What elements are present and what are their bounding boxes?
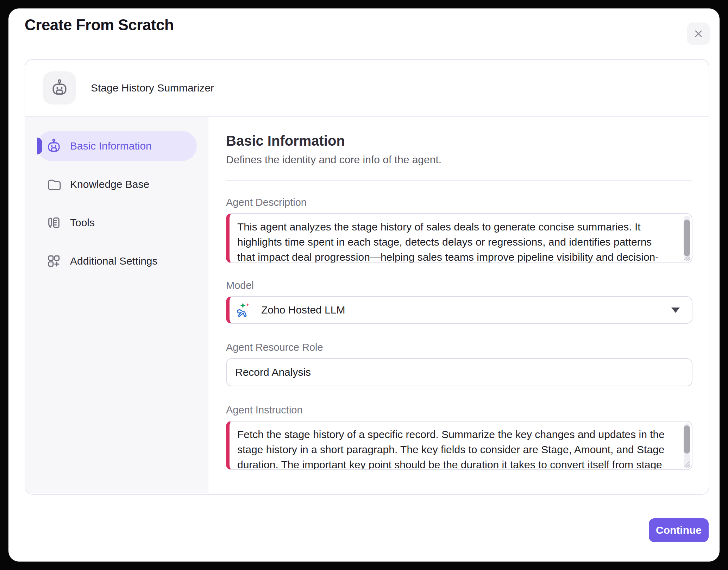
model-select[interactable]: Zoho Hosted LLM — [226, 296, 692, 324]
continue-button[interactable]: Continue — [649, 518, 709, 542]
sidebar-item-label: Additional Settings — [70, 255, 158, 267]
agent-description-label: Agent Description — [226, 196, 693, 208]
agent-resource-role-input[interactable] — [227, 359, 692, 386]
folder-icon — [46, 177, 62, 192]
agent-card: Stage History Summarizer — [25, 59, 709, 495]
agent-resource-role-label: Agent Resource Role — [226, 341, 693, 353]
agent-header-row: Stage History Summarizer — [25, 60, 709, 117]
agent-instruction-field: Fetch the stage history of a specific re… — [226, 421, 692, 470]
create-from-scratch-dialog: Create From Scratch Stage History Summar… — [8, 8, 720, 562]
sidebar-item-label: Basic Information — [70, 140, 152, 152]
close-icon — [694, 29, 703, 39]
panel-heading: Basic Information — [226, 133, 693, 148]
sidebar-item-label: Knowledge Base — [70, 178, 149, 190]
screen-backdrop: Create From Scratch Stage History Summar… — [0, 0, 728, 570]
robot-icon — [46, 138, 62, 154]
model-selected-value: Zoho Hosted LLM — [261, 304, 345, 316]
close-button[interactable] — [687, 23, 710, 45]
agent-instruction-label: Agent Instruction — [226, 404, 693, 416]
zia-logo-icon — [237, 302, 253, 318]
sidebar-item-knowledge-base[interactable]: Knowledge Base — [37, 169, 197, 200]
settings-sidebar: Basic Information Knowledge Base — [25, 117, 208, 493]
scrollbar-thumb[interactable] — [684, 220, 690, 256]
resize-handle-icon[interactable] — [683, 253, 690, 261]
agent-avatar — [43, 71, 76, 104]
basic-information-panel: Basic Information Defines the identity a… — [208, 117, 709, 493]
agent-name: Stage History Summarizer — [91, 82, 214, 94]
sidebar-item-basic-information[interactable]: Basic Information — [37, 131, 197, 161]
dialog-title: Create From Scratch — [25, 16, 174, 34]
active-item-indicator — [37, 138, 42, 154]
sidebar-item-additional-settings[interactable]: Additional Settings — [37, 246, 197, 276]
model-label: Model — [226, 279, 693, 291]
section-divider — [226, 180, 692, 181]
robot-avatar-icon — [50, 79, 69, 97]
agent-resource-role-field — [226, 358, 692, 386]
dialog-body: Basic Information Knowledge Base — [25, 117, 709, 493]
scrollbar-thumb[interactable] — [684, 425, 690, 454]
sidebar-item-tools[interactable]: Tools — [37, 208, 197, 238]
agent-description-field: This agent analyzes the stage history of… — [226, 213, 692, 263]
agent-instruction-textarea[interactable]: Fetch the stage history of a specific re… — [230, 422, 692, 469]
tools-icon — [46, 215, 62, 230]
panel-subheading: Defines the identity and core info of th… — [226, 153, 693, 166]
chevron-down-icon — [671, 308, 680, 313]
agent-description-textarea[interactable]: This agent analyzes the stage history of… — [230, 214, 692, 262]
resize-handle-icon[interactable] — [683, 460, 690, 468]
sidebar-item-label: Tools — [70, 217, 95, 229]
grid-plus-icon — [46, 253, 62, 269]
